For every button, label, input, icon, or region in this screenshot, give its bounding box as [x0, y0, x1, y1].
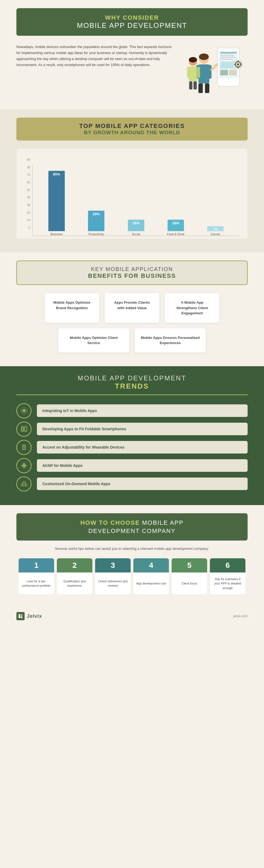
- choose-card-2: 2 Qualification and experience: [57, 558, 93, 594]
- svg-rect-39: [22, 427, 23, 431]
- footer: Jelvix jelvix.com: [0, 608, 264, 626]
- hero-svg: [185, 45, 245, 97]
- choose-card-2-body: Qualification and experience: [57, 572, 93, 594]
- svg-line-41: [23, 444, 23, 445]
- footer-url: jelvix.com: [233, 614, 247, 618]
- choose-card-5-number: 5: [187, 561, 191, 569]
- trend-icon-ai: [17, 458, 31, 473]
- choose-card-6-body: Ask for estimates if your RFP is detaile…: [210, 572, 245, 594]
- bar-social-name: Social: [132, 232, 140, 236]
- choose-card-4-body: App development cost: [133, 572, 169, 594]
- bar-business: 85% Business: [38, 171, 75, 236]
- choose-card-1: 1 Look for a top-performance portfolio: [19, 558, 54, 594]
- benefit-card-3: A Mobile App Strengthens Client Engageme…: [165, 293, 219, 323]
- trend-icon-iot: [17, 403, 31, 418]
- svg-point-57: [23, 482, 25, 484]
- trend-item-1: Integrating IoT in Mobile Apps: [37, 404, 247, 417]
- benefit-card-5-text: Mobile Apps Ensures Personalized Experie…: [141, 336, 200, 345]
- trend-item-4: AI/AR for Mobile Apps: [37, 459, 247, 472]
- trends-banner-line1: MOBILE APP DEVELOPMENT: [17, 374, 247, 382]
- svg-line-42: [25, 444, 25, 445]
- y-axis: 0 10 20 30 40 50 60 70 80 90: [25, 158, 30, 229]
- y-label-10: 10: [25, 219, 30, 222]
- jelvix-logo-svg: [18, 614, 23, 619]
- benefit-card-1-text: Mobile Apps Optimize Brand Recognition: [53, 301, 90, 310]
- svg-rect-21: [205, 84, 209, 93]
- trends-banner: MOBILE APP DEVELOPMENT TRENDS: [17, 374, 247, 395]
- svg-point-11: [237, 63, 239, 65]
- choose-card-3-header: 3: [95, 558, 131, 572]
- benefits-grid-bottom: Mobile Apps Optimize Client Service Mobi…: [17, 328, 247, 352]
- svg-point-34: [24, 410, 25, 411]
- svg-line-23: [212, 64, 217, 70]
- choose-card-2-header: 2: [57, 558, 93, 572]
- svg-rect-40: [23, 445, 25, 449]
- svg-rect-2: [220, 52, 237, 54]
- choose-banner-line2: DEVELOPMENT COMPANY: [22, 527, 242, 534]
- benefits-banner: KEY MOBILE APPLICATION BENEFITS FOR BUSI…: [17, 260, 247, 285]
- benefit-card-2-text: Apps Provide Clients with Added Value: [114, 301, 150, 310]
- svg-line-53: [22, 463, 23, 464]
- bar-games-name: Games: [211, 232, 220, 236]
- bar-productivity-label: 29%: [93, 211, 100, 216]
- trend-row-4: AI/AR for Mobile Apps: [17, 458, 247, 473]
- trend-row-2: Developing Apps to Fit Foldable Smartpho…: [17, 422, 247, 437]
- choose-card-6-header: 6: [210, 558, 245, 572]
- benefit-card-4-text: Mobile Apps Optimize Client Service: [70, 336, 117, 345]
- bar-productivity-name: Productivity: [88, 232, 104, 236]
- svg-rect-5: [220, 59, 233, 60]
- hero-illustration: [182, 44, 247, 98]
- svg-line-54: [25, 467, 27, 468]
- choose-subtitle: Several useful tips below can assist you…: [17, 546, 247, 552]
- svg-line-56: [22, 467, 23, 468]
- choose-card-3: 3 Check references and reviews: [95, 558, 131, 594]
- choose-card-5: 5 Client focus: [171, 558, 207, 594]
- bar-social-rect: 16%: [128, 220, 144, 231]
- svg-rect-28: [189, 81, 192, 90]
- hero-banner: WHY CONSIDER MOBILE APP DEVELOPMENT: [17, 8, 247, 36]
- bar-productivity: 29% Productivity: [78, 211, 114, 236]
- choose-card-6-number: 6: [226, 561, 230, 569]
- hero-title: MOBILE APP DEVELOPMENT: [22, 21, 242, 30]
- svg-rect-4: [220, 57, 235, 58]
- bar-business-rect: 85%: [48, 171, 65, 231]
- trends-banner-line2: TRENDS: [17, 382, 247, 391]
- svg-line-60: [21, 485, 22, 486]
- svg-rect-14: [234, 64, 236, 65]
- foldable-icon: [20, 425, 28, 433]
- trends-section: MOBILE APP DEVELOPMENT TRENDS Integratin…: [0, 366, 264, 505]
- y-label-0: 0: [25, 226, 30, 229]
- svg-rect-62: [19, 614, 20, 618]
- choose-banner-highlight: HOW TO CHOOSE: [80, 519, 142, 526]
- svg-line-43: [23, 449, 23, 450]
- hero-body-text: Nowadays, mobile devices outnumber the p…: [17, 44, 174, 68]
- benefits-grid-top: Mobile Apps Optimize Brand Recognition A…: [17, 293, 247, 323]
- svg-rect-27: [197, 67, 200, 78]
- benefits-section: KEY MOBILE APPLICATION BENEFITS FOR BUSI…: [0, 252, 264, 366]
- bar-food-label: 16%: [172, 220, 179, 225]
- bar-games-label: 7%: [213, 226, 217, 231]
- bar-food: 16% Food & Drink: [157, 220, 194, 236]
- choose-card-4-number: 4: [149, 561, 153, 569]
- svg-rect-63: [21, 614, 22, 616]
- choose-section: HOW TO CHOOSE MOBILE APP DEVELOPMENT COM…: [0, 505, 264, 608]
- y-label-30: 30: [25, 204, 30, 207]
- bar-social-label: 16%: [133, 220, 140, 225]
- choose-cards: 1 Look for a top-performance portfolio 2…: [17, 558, 247, 594]
- svg-rect-25: [189, 66, 197, 81]
- categories-banner-line2: BY GROWTH AROUND THE WORLD: [22, 130, 242, 135]
- benefit-card-2: Apps Provide Clients with Added Value: [105, 293, 159, 323]
- trend-icon-wearable: [17, 440, 31, 455]
- choose-card-6: 6 Ask for estimates if your RFP is detai…: [210, 558, 245, 594]
- trend-item-3: Accent on Adjustability for Wearable Dev…: [37, 441, 247, 454]
- svg-rect-20: [199, 84, 203, 93]
- categories-banner: TOP MOBILE APP CATEGORIES BY GROWTH AROU…: [17, 118, 247, 141]
- bar-business-name: Business: [50, 232, 62, 236]
- trend-row-3: Accent on Adjustability for Wearable Dev…: [17, 440, 247, 455]
- svg-point-59: [25, 484, 27, 485]
- footer-logo-icon: [17, 612, 25, 620]
- svg-rect-7: [220, 70, 228, 75]
- footer-logo-text: Jelvix: [27, 613, 42, 619]
- svg-rect-15: [240, 64, 242, 65]
- svg-rect-64: [21, 616, 22, 618]
